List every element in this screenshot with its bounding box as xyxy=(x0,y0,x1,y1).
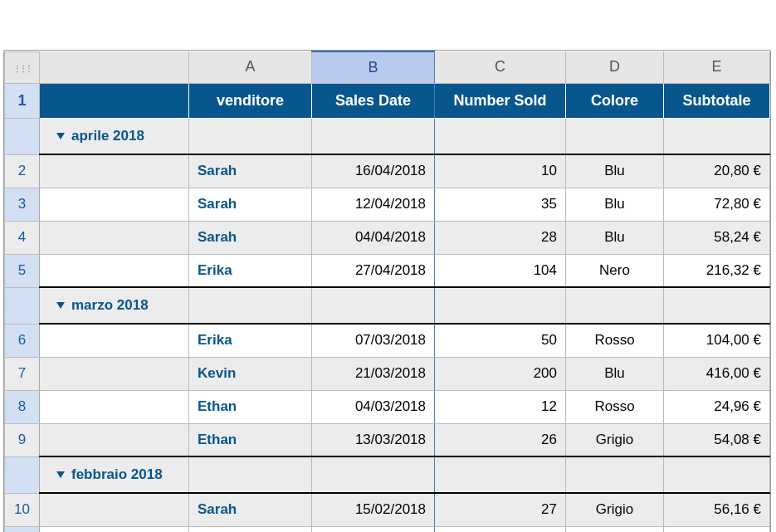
cell-vendor[interactable]: Sarah xyxy=(189,188,312,221)
cell-blank[interactable] xyxy=(40,423,189,456)
cell-number-sold[interactable]: 104 xyxy=(435,254,566,287)
row-header[interactable]: 11 xyxy=(5,526,40,532)
group-cell[interactable] xyxy=(664,456,770,493)
cell-vendor[interactable]: Kevin xyxy=(189,357,312,390)
header-cell-venditore[interactable]: venditore xyxy=(189,83,312,118)
group-cell[interactable] xyxy=(664,118,770,154)
cell-blank[interactable] xyxy=(40,188,189,221)
row-header-blank[interactable] xyxy=(5,118,40,154)
group-cell[interactable] xyxy=(312,118,435,154)
cell-color[interactable]: Rosso xyxy=(566,390,664,423)
cell-subtotal[interactable]: 104,00 € xyxy=(664,324,770,357)
group-toggle[interactable]: aprile 2018 xyxy=(40,118,189,154)
group-cell[interactable] xyxy=(435,456,566,493)
cell-vendor[interactable]: Ethan xyxy=(189,423,312,456)
cell-vendor[interactable]: Sarah xyxy=(189,493,312,526)
cell-number-sold[interactable]: 12 xyxy=(435,390,566,423)
row-header-blank[interactable] xyxy=(5,456,40,493)
column-header-D[interactable]: D xyxy=(566,51,664,83)
header-cell-sales-date[interactable]: Sales Date xyxy=(312,83,435,118)
row-header[interactable]: 9 xyxy=(5,423,40,456)
cell-date[interactable]: 07/03/2018 xyxy=(312,324,435,357)
cell-blank[interactable] xyxy=(40,221,189,254)
cell-date[interactable]: 15/02/2018 xyxy=(312,493,435,526)
cell-blank[interactable] xyxy=(40,324,189,357)
cell-number-sold[interactable]: 28 xyxy=(435,221,566,254)
cell-vendor[interactable]: Erika xyxy=(189,526,312,532)
group-toggle[interactable]: marzo 2018 xyxy=(40,287,189,324)
row-header[interactable]: 10 xyxy=(5,493,40,526)
cell-number-sold[interactable]: 200 xyxy=(435,357,566,390)
cell-vendor[interactable]: Sarah xyxy=(189,154,312,188)
row-header[interactable]: 5 xyxy=(5,254,40,287)
cell-subtotal[interactable]: 416,00 € xyxy=(664,357,770,390)
cell-date[interactable]: 12/04/2018 xyxy=(312,188,435,221)
column-header-E[interactable]: E xyxy=(664,51,770,83)
cell-color[interactable]: Nero xyxy=(566,254,664,287)
group-cell[interactable] xyxy=(189,118,312,154)
group-cell[interactable] xyxy=(189,287,312,324)
column-header-C[interactable]: C xyxy=(435,51,566,83)
cell-date[interactable]: 27/04/2018 xyxy=(312,254,435,287)
cell-blank[interactable] xyxy=(40,154,189,188)
table-corner-handle[interactable] xyxy=(5,51,40,83)
cell-vendor[interactable]: Ethan xyxy=(189,390,312,423)
cell-subtotal[interactable]: 135,20 € xyxy=(664,526,770,532)
cell-vendor[interactable]: Erika xyxy=(189,254,312,287)
row-header[interactable]: 4 xyxy=(5,221,40,254)
group-cell[interactable] xyxy=(312,287,435,324)
cell-vendor[interactable]: Erika xyxy=(189,324,312,357)
cell-date[interactable]: 12/02/2018 xyxy=(312,526,435,532)
column-header-B[interactable]: B xyxy=(312,51,435,83)
cell-number-sold[interactable]: 35 xyxy=(435,188,566,221)
cell-color[interactable]: Blu xyxy=(566,188,664,221)
cell-blank[interactable] xyxy=(40,493,189,526)
cell-vendor[interactable]: Sarah xyxy=(189,221,312,254)
cell-subtotal[interactable]: 72,80 € xyxy=(664,188,770,221)
group-cell[interactable] xyxy=(566,456,664,493)
cell-subtotal[interactable]: 54,08 € xyxy=(664,423,770,456)
row-header[interactable]: 7 xyxy=(5,357,40,390)
row-header[interactable]: 8 xyxy=(5,390,40,423)
row-header[interactable]: 3 xyxy=(5,188,40,221)
cell-blank[interactable] xyxy=(40,254,189,287)
cell-number-sold[interactable]: 65 xyxy=(435,526,566,532)
group-cell[interactable] xyxy=(189,456,312,493)
row-header[interactable]: 2 xyxy=(5,154,40,188)
cell-number-sold[interactable]: 10 xyxy=(435,154,566,188)
cell-date[interactable]: 16/04/2018 xyxy=(312,154,435,188)
group-cell[interactable] xyxy=(566,287,664,324)
group-cell[interactable] xyxy=(312,456,435,493)
column-header-A[interactable]: A xyxy=(189,51,312,83)
cell-color[interactable]: Blu xyxy=(566,221,664,254)
group-cell[interactable] xyxy=(566,118,664,154)
header-cell-number-sold[interactable]: Number Sold xyxy=(435,83,566,118)
cell-color[interactable]: Blu xyxy=(566,357,664,390)
cell-number-sold[interactable]: 27 xyxy=(435,493,566,526)
header-cell-group[interactable] xyxy=(40,83,189,118)
row-header-blank[interactable] xyxy=(5,287,40,324)
cell-subtotal[interactable]: 20,80 € xyxy=(664,154,770,188)
row-header[interactable]: 6 xyxy=(5,324,40,357)
cell-subtotal[interactable]: 24,96 € xyxy=(664,390,770,423)
cell-date[interactable]: 21/03/2018 xyxy=(312,357,435,390)
column-header-group[interactable] xyxy=(40,51,189,83)
row-header-1[interactable]: 1 xyxy=(5,83,40,118)
group-toggle[interactable]: febbraio 2018 xyxy=(40,456,189,493)
group-cell[interactable] xyxy=(435,287,566,324)
cell-blank[interactable] xyxy=(40,526,189,532)
cell-color[interactable]: Rosso xyxy=(566,324,664,357)
group-cell[interactable] xyxy=(664,287,770,324)
cell-subtotal[interactable]: 56,16 € xyxy=(664,493,770,526)
cell-subtotal[interactable]: 58,24 € xyxy=(664,221,770,254)
header-cell-subtotale[interactable]: Subtotale xyxy=(664,83,770,118)
group-cell[interactable] xyxy=(435,118,566,154)
header-cell-colore[interactable]: Colore xyxy=(566,83,664,118)
cell-number-sold[interactable]: 26 xyxy=(435,423,566,456)
cell-subtotal[interactable]: 216,32 € xyxy=(664,254,770,287)
cell-date[interactable]: 13/03/2018 xyxy=(312,423,435,456)
cell-color[interactable]: Grigio xyxy=(566,423,664,456)
cell-number-sold[interactable]: 50 xyxy=(435,324,566,357)
cell-date[interactable]: 04/03/2018 xyxy=(312,390,435,423)
cell-color[interactable]: Blu xyxy=(566,154,664,188)
